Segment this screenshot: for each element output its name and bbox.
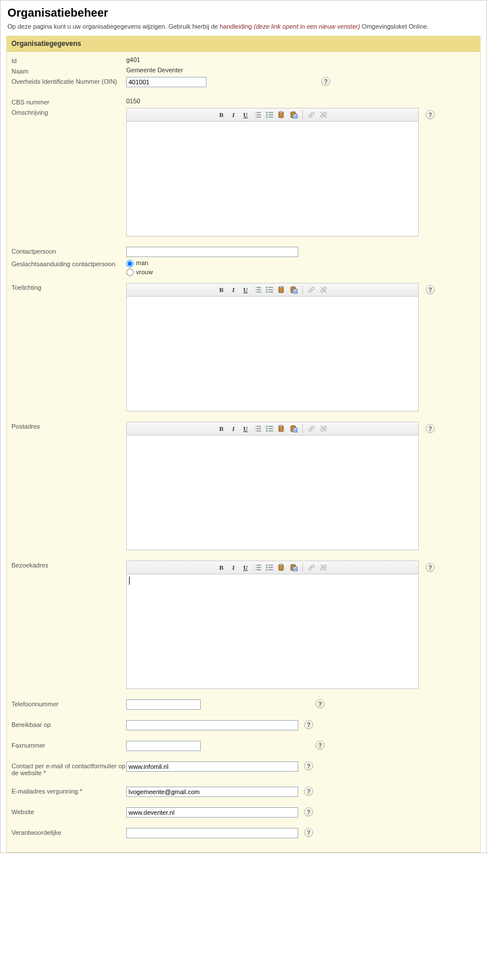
svg-point-8 [266,116,268,118]
help-icon[interactable]: ? [304,720,313,729]
emailvergunning-input[interactable] [126,787,298,797]
postadres-textarea[interactable] [126,435,419,550]
help-icon[interactable]: ? [315,699,325,709]
contactpersoon-input[interactable] [126,247,298,257]
link-icon[interactable] [306,423,317,434]
label-cbs: CBS nummer [11,98,126,106]
bold-icon[interactable]: B [216,285,227,295]
help-icon[interactable]: ? [304,761,313,771]
intro-pre: Op deze pagina kunt u uw organisatiegege… [7,23,220,30]
handleiding-link[interactable]: handleiding [220,23,252,30]
bereikbaar-input[interactable] [126,720,298,730]
unlink-icon[interactable] [318,562,329,573]
form-body: Id g401 Naam Gemeente Deventer Overheids… [7,52,480,852]
gender-radio-group: man vrouw [126,259,153,277]
svg-point-72 [266,565,268,566]
panel-header: Organisatiegegevens [7,36,480,52]
svg-point-52 [266,430,268,432]
paste-word-icon[interactable]: W [289,423,299,434]
ordered-list-icon[interactable] [252,562,263,573]
underline-icon[interactable]: U [240,110,251,120]
svg-point-6 [266,112,268,114]
contactemail-input[interactable] [126,761,298,772]
radio-vrouw[interactable] [126,269,134,276]
value-cbs: 0150 [126,98,140,104]
help-icon[interactable]: ? [304,787,313,796]
svg-text:W: W [294,115,297,118]
paste-word-icon[interactable]: W [289,562,299,573]
text-cursor [129,577,130,585]
help-icon[interactable]: ? [321,77,330,86]
bold-icon[interactable]: B [216,423,227,434]
italic-icon[interactable]: I [228,423,239,434]
bold-icon[interactable]: B [216,562,227,573]
value-id: g401 [126,56,140,63]
rte-toolbar: B I U W [126,283,419,297]
paste-icon[interactable] [276,423,287,434]
unordered-list-icon[interactable] [264,423,275,434]
radio-man[interactable] [126,260,134,267]
ordered-list-icon[interactable] [252,110,263,120]
label-geslacht: Geslachtsaanduiding contactpersoon [11,259,126,267]
paste-word-icon[interactable]: W [289,110,299,120]
omschrijving-textarea[interactable] [126,122,419,236]
bold-icon[interactable]: B [216,110,227,120]
unordered-list-icon[interactable] [264,285,275,295]
svg-point-29 [266,289,268,291]
toolbar-separator [302,285,303,294]
link-icon[interactable] [306,562,317,573]
label-contactemail: Contact per e-mail of contactformulier o… [11,761,126,776]
svg-text:W: W [294,429,297,432]
radio-vrouw-label[interactable]: vrouw [126,269,153,277]
underline-icon[interactable]: U [240,562,251,573]
rte-toelichting: B I U W [126,283,419,411]
verantwoordelijke-input[interactable] [126,828,298,838]
svg-text:W: W [294,567,297,571]
rte-toolbar: B I U W [126,108,419,122]
paste-icon[interactable] [276,562,287,573]
bezoekadres-textarea[interactable] [126,574,419,689]
help-icon[interactable]: ? [426,110,435,119]
link-icon[interactable] [306,110,317,120]
italic-icon[interactable]: I [228,110,239,120]
paste-icon[interactable] [276,285,287,295]
ordered-list-icon[interactable] [252,285,263,295]
rte-postadres: B I U W [126,422,419,550]
unlink-icon[interactable] [318,110,329,120]
unlink-icon[interactable] [318,423,329,434]
italic-icon[interactable]: I [228,562,239,573]
radio-man-label[interactable]: man [126,259,153,267]
label-fax: Faxnummer [11,741,126,749]
label-contactpersoon: Contactpersoon [11,247,126,255]
underline-icon[interactable]: U [240,285,251,295]
italic-icon[interactable]: I [228,285,239,295]
oin-input[interactable] [126,77,207,87]
svg-point-28 [266,287,268,289]
unordered-list-icon[interactable] [264,562,275,573]
help-icon[interactable]: ? [426,563,435,572]
svg-point-74 [266,569,268,571]
underline-icon[interactable]: U [240,423,251,434]
help-icon[interactable]: ? [426,424,435,433]
rte-omschrijving: B I U W [126,108,419,236]
page-container: Organisatiebeheer Op deze pagina kunt u … [0,0,487,853]
toolbar-separator [302,563,303,572]
help-icon[interactable]: ? [304,828,313,837]
telefoon-input[interactable] [126,699,201,710]
toelichting-textarea[interactable] [126,297,419,411]
svg-rect-57 [280,425,282,426]
page-title: Organisatiebeheer [7,6,480,20]
link-icon[interactable] [306,285,317,295]
ordered-list-icon[interactable] [252,423,263,434]
unordered-list-icon[interactable] [264,110,275,120]
unlink-icon[interactable] [318,285,329,295]
label-emailvergunning: E-mailadres vergunning * [11,787,126,795]
help-icon[interactable]: ? [304,807,313,816]
fax-input[interactable] [126,741,201,751]
website-input[interactable] [126,807,298,818]
toolbar-separator [302,424,303,433]
help-icon[interactable]: ? [426,285,435,294]
help-icon[interactable]: ? [315,741,325,750]
paste-word-icon[interactable]: W [289,285,299,295]
paste-icon[interactable] [276,110,287,120]
